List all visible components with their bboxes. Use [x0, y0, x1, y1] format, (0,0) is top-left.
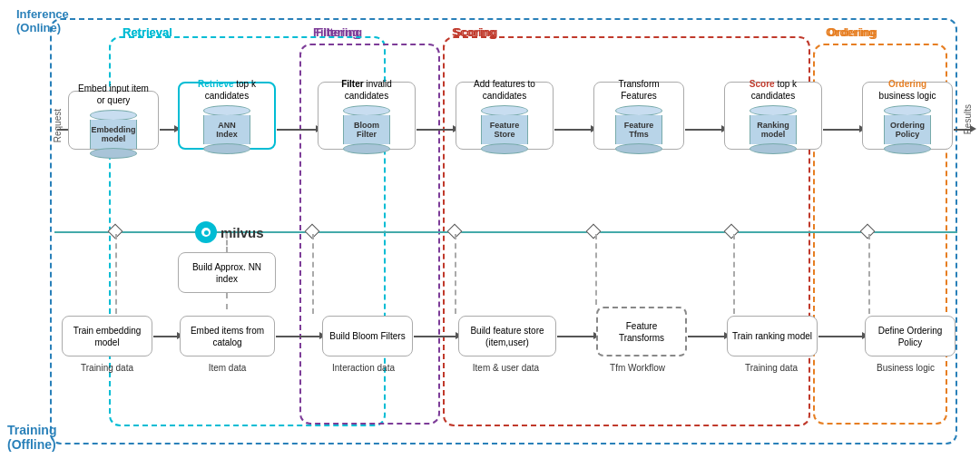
embed-items-title: Embed items from catalog: [185, 325, 270, 348]
arrow-filter-features: [416, 129, 455, 131]
dashed-v-define: [868, 234, 870, 314]
divider-line: [54, 231, 957, 233]
transform-node: TransformFeatures FeatureTfms: [593, 82, 684, 150]
arrow-features-transform: [554, 129, 593, 131]
arrow-embed-retrieve: [160, 129, 176, 131]
build-approx-node: Build Approx. NN index: [178, 252, 276, 293]
arrow-rank-order: [818, 336, 864, 337]
dashed-v-train: [115, 234, 117, 314]
filter-node: Filter invalidcandidates BloomFilter: [318, 82, 416, 150]
ordering-policy-label: OrderingPolicy: [884, 115, 931, 144]
retrieve-title: Retrieve top kcandidates: [198, 78, 256, 102]
retrieve-node: Retrieve top kcandidates ANNIndex: [178, 82, 276, 150]
dashed-v-bloom: [312, 234, 314, 314]
ranking-model-label: Rankingmodel: [750, 115, 797, 144]
main-container: Inference(Online) Retrieval Filtering Sc…: [0, 0, 980, 459]
dashed-v-rank: [733, 234, 735, 314]
build-bloom-node: Build Bloom Filters: [322, 316, 413, 356]
arrow-bloom-store: [414, 336, 457, 337]
define-ordering-node: Define Ordering Policy: [865, 316, 956, 356]
arrow-transform-score: [685, 129, 723, 131]
arrow-ordering-results: [954, 129, 972, 131]
item-data-label: Item data: [180, 363, 275, 373]
build-approx-title: Build Approx. NN index: [183, 261, 270, 285]
feature-transforms-title: Feature Transforms: [603, 320, 681, 344]
embedding-model-label: Embedding model: [90, 120, 137, 149]
embed-input-title: Embed input item or query: [74, 83, 153, 106]
score-node: Score top kcandidates Rankingmodel: [724, 82, 822, 150]
feature-tfms-label: FeatureTfms: [615, 115, 662, 144]
score-title: Score top kcandidates: [750, 78, 797, 102]
milvus-icon: [195, 221, 217, 243]
feature-store-label: FeatureStore: [481, 115, 528, 144]
arrow-tfms-rank: [688, 336, 726, 337]
item-user-label: Item & user data: [454, 363, 558, 373]
embed-input-node: Embed input item or query Embedding mode…: [68, 91, 159, 150]
transform-title: TransformFeatures: [618, 78, 659, 102]
ann-index-label: ANNIndex: [203, 115, 250, 144]
business-logic-label: Business logic: [860, 363, 951, 373]
dashed-v-2: [226, 293, 228, 309]
ordering-title: Orderingbusiness logic: [879, 78, 936, 102]
filter-title: Filter invalidcandidates: [341, 78, 392, 102]
arrow-score-ordering: [823, 129, 861, 131]
embed-items-node: Embed items from catalog: [180, 316, 275, 356]
build-bloom-title: Build Bloom Filters: [329, 330, 405, 342]
train-embedding-node: Train embedding model: [62, 316, 152, 356]
build-feature-store-node: Build feature store (item,user): [458, 316, 556, 356]
train-ranking-title: Train ranking model: [732, 330, 812, 342]
train-ranking-node: Train ranking model: [727, 316, 818, 356]
add-features-node: Add features tocandidates FeatureStore: [456, 82, 554, 150]
arrow-store-tfms: [557, 336, 595, 337]
feature-transforms-node: Feature Transforms: [596, 307, 687, 356]
arrow-train-embed: [153, 336, 179, 337]
add-features-title: Add features tocandidates: [474, 78, 535, 102]
dashed-v-1: [226, 233, 228, 252]
request-label: Request: [53, 109, 63, 142]
training-data-1-label: Training data: [62, 363, 152, 373]
milvus-logo: milvus: [195, 221, 264, 243]
train-embedding-title: Train embedding model: [67, 325, 147, 348]
tfm-workflow-label: Tfm Workflow: [590, 363, 685, 373]
ordering-node: Orderingbusiness logic OrderingPolicy: [862, 82, 953, 150]
arrow-retrieve-filter: [277, 129, 318, 131]
define-ordering-title: Define Ordering Policy: [870, 325, 950, 348]
build-feature-title: Build feature store (item,user): [464, 325, 551, 348]
dashed-v-tfms: [595, 234, 597, 305]
interaction-data-label: Interaction data: [316, 363, 411, 373]
arrow-embed-bloom: [276, 336, 321, 337]
training-data-2-label: Training data: [721, 363, 821, 373]
bloom-filter-label: BloomFilter: [343, 115, 390, 144]
dashed-v-feature: [455, 234, 456, 314]
